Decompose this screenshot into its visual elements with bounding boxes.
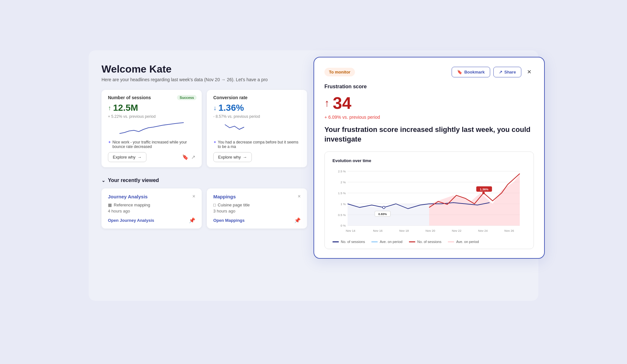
conversion-value: ↓ 1.36%	[213, 103, 301, 113]
svg-text:0.83%: 0.83%	[378, 212, 387, 216]
panel-top-bar: To monitor 🔖 Bookmark ↗ Share ×	[324, 66, 534, 77]
conversion-card-title: Conversion rate	[213, 95, 301, 100]
svg-text:2.5 %: 2.5 %	[338, 170, 346, 173]
mappings-footer: Open Mappings 📌	[213, 217, 301, 223]
journey-analysis-card-header: Journey Analysis ×	[108, 194, 195, 199]
conversion-chart	[213, 121, 301, 137]
conversion-sparkle-icon: ✦	[213, 140, 216, 144]
recently-viewed-cards: Journey Analysis × ▦ Reference mapping 4…	[102, 188, 307, 229]
journey-analysis-footer: Open Journey Analysis 📌	[108, 217, 195, 223]
outer-container: Welcome Kate Here are your headlines reg…	[89, 50, 538, 314]
sessions-card: Number of sessions Success ↑ 12.5M + 5.2…	[102, 90, 202, 167]
svg-point-14	[383, 206, 385, 209]
legend-item-sessions-prev: No. of sessions	[332, 240, 365, 244]
sessions-bookmark-icon[interactable]: 🔖	[182, 154, 189, 160]
journey-analysis-time: 4 hours ago	[108, 209, 195, 213]
sessions-explore-button[interactable]: Explore why →	[108, 152, 146, 162]
svg-text:0 %: 0 %	[340, 224, 346, 228]
svg-text:Nov 24: Nov 24	[478, 229, 488, 232]
journey-analysis-pin-icon[interactable]: 📌	[189, 217, 195, 223]
svg-text:Nov 16: Nov 16	[373, 229, 383, 232]
svg-text:Nov 18: Nov 18	[399, 229, 409, 232]
open-journey-analysis-link[interactable]: Open Journey Analysis	[108, 218, 154, 223]
close-button[interactable]: ×	[525, 66, 534, 77]
mappings-subtitle: □ Cuisine page title	[213, 203, 301, 207]
frustration-score-row: ↑ 34	[324, 93, 534, 113]
legend-dot-light-blue	[371, 241, 378, 242]
to-monitor-badge: To monitor	[324, 68, 355, 76]
mappings-card-header: Mappings ×	[213, 194, 301, 199]
sessions-sparkline-svg	[108, 121, 195, 137]
sessions-card-actions: Explore why → 🔖 ↗	[108, 152, 195, 162]
panel-right-actions: 🔖 Bookmark ↗ Share ×	[452, 66, 534, 77]
score-vs: + 6.09% vs. previous period	[324, 115, 534, 120]
svg-text:1.36%: 1.36%	[480, 187, 489, 191]
open-mappings-link[interactable]: Open Mappings	[213, 218, 245, 223]
journey-analysis-card: Journey Analysis × ▦ Reference mapping 4…	[102, 188, 202, 229]
detail-panel: To monitor 🔖 Bookmark ↗ Share × Frustrat…	[314, 57, 545, 259]
svg-text:2 %: 2 %	[340, 180, 346, 184]
mappings-grid-icon: □	[213, 203, 216, 207]
panel-left-actions: To monitor	[324, 68, 355, 76]
legend-item-avg-curr: Ave. on period	[448, 240, 479, 244]
chart-container: Evolution over time 2.5 % 2 % 1.5 % 1 % …	[324, 152, 534, 249]
score-arrow-up-icon: ↑	[324, 97, 330, 109]
legend-item-sessions-curr: No. of sessions	[409, 240, 441, 244]
sessions-arrow-up-icon: ↑	[108, 104, 111, 112]
legend-dot-dark-blue	[332, 241, 339, 242]
mappings-title: Mappings	[213, 194, 236, 199]
chart-legend: No. of sessions Ave. on period No. of se…	[332, 240, 526, 244]
evolution-chart-svg: 2.5 % 2 % 1.5 % 1 % 0.5 % 0 % 0.83%	[332, 168, 526, 235]
metric-cards: Number of sessions Success ↑ 12.5M + 5.2…	[102, 90, 307, 167]
sessions-chart	[108, 121, 195, 137]
svg-text:1.5 %: 1.5 %	[338, 191, 346, 195]
mappings-pin-icon[interactable]: 📌	[294, 217, 301, 223]
mappings-card: Mappings × □ Cuisine page title 3 hours …	[207, 188, 307, 229]
success-badge: Success	[177, 95, 197, 100]
journey-analysis-title: Journey Analysis	[108, 194, 148, 199]
mappings-close-icon[interactable]: ×	[298, 194, 301, 199]
legend-item-avg-prev: Ave. on period	[371, 240, 402, 244]
chart-title: Evolution over time	[332, 158, 526, 163]
conversion-explore-button[interactable]: Explore why →	[213, 152, 252, 162]
sessions-note: ✦ Nice work - your traffic increased whi…	[108, 140, 195, 149]
bookmark-button[interactable]: 🔖 Bookmark	[452, 67, 490, 77]
svg-text:Nov 20: Nov 20	[426, 229, 435, 232]
legend-dot-light-red	[448, 241, 454, 242]
sparkle-icon: ✦	[108, 140, 111, 144]
conversion-note: ✦ You had a decrease compa before but it…	[213, 140, 301, 149]
conversion-card-actions: Explore why →	[213, 152, 301, 162]
chevron-up-icon: ⌄	[102, 178, 105, 183]
score-number: 34	[333, 93, 351, 113]
share-button[interactable]: ↗ Share	[493, 67, 521, 77]
svg-point-17	[482, 192, 485, 195]
conversion-sparkline-svg	[213, 121, 301, 137]
legend-dot-dark-red	[409, 241, 415, 242]
conversion-card: Conversion rate ↓ 1.36% - 8.57% vs. prev…	[207, 90, 307, 167]
sessions-vs: + 5.22% vs. previous period	[108, 114, 195, 119]
journey-analysis-close-icon[interactable]: ×	[192, 194, 195, 199]
svg-text:Nov 14: Nov 14	[346, 229, 356, 232]
svg-text:Nov 22: Nov 22	[452, 229, 462, 232]
conversion-vs: - 8.57% vs. previous period	[213, 114, 301, 119]
bookmark-icon: 🔖	[457, 70, 462, 74]
conversion-arrow-down-icon: ↓	[213, 104, 216, 112]
grid-icon: ▦	[108, 203, 112, 207]
svg-text:0.5 %: 0.5 %	[338, 213, 346, 217]
sessions-value: ↑ 12.5M	[108, 103, 195, 113]
frustration-label: Frustration score	[324, 84, 534, 90]
share-icon: ↗	[499, 70, 502, 74]
mappings-time: 3 hours ago	[213, 209, 301, 213]
journey-analysis-subtitle: ▦ Reference mapping	[108, 203, 195, 207]
svg-text:Nov 26: Nov 26	[504, 229, 514, 232]
sessions-share-icon[interactable]: ↗	[191, 154, 195, 160]
insight-text: Your frustration score increased slightl…	[324, 125, 534, 144]
svg-text:1 %: 1 %	[340, 202, 346, 206]
